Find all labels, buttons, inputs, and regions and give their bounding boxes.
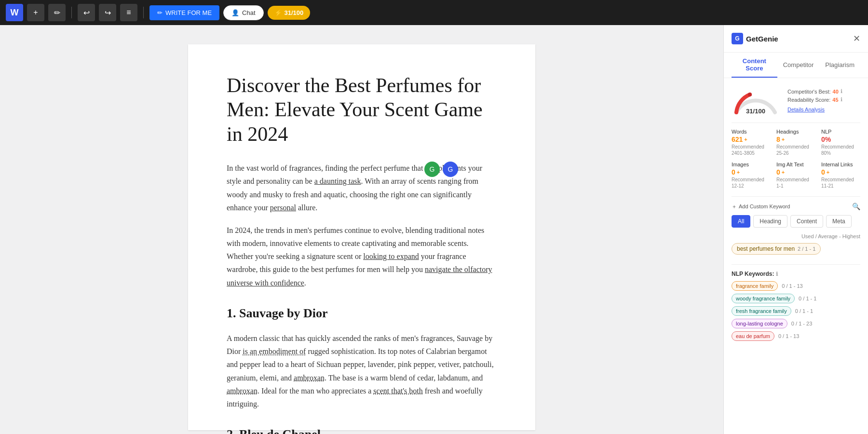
panel-header: G GetGenie ✕ xyxy=(724,25,868,53)
add-keyword-label: Add Custom Keyword xyxy=(739,203,790,209)
score-label: 31/100 xyxy=(285,9,304,16)
nlp-info-icon[interactable]: ℹ xyxy=(776,271,778,277)
images-rec-value: 12-12 xyxy=(732,183,771,189)
stat-internal-links: Internal Links 0 + Recommended 11-21 xyxy=(821,162,860,189)
svg-point-0 xyxy=(748,93,752,96)
filter-heading[interactable]: Heading xyxy=(753,215,787,228)
stats-grid: Words 621 + Recommended 2401-3805 Headin… xyxy=(732,129,860,189)
nlp-tag-3: long-lasting cologne xyxy=(732,319,787,328)
link-personal[interactable]: personal xyxy=(270,203,296,212)
internal-links-label: Internal Links xyxy=(821,162,860,167)
stat-headings: Headings 8 + Recommended 25-26 xyxy=(776,129,815,156)
readability-value: 45 xyxy=(832,97,838,103)
toolbar: W + ✏ ↩ ↪ ≡ ✏ WRITE FOR ME 👤 Chat ⚡ 31/1… xyxy=(0,0,868,25)
tab-plagiarism[interactable]: Plagiarism xyxy=(819,53,860,78)
filter-meta[interactable]: Meta xyxy=(826,215,852,228)
post-title[interactable]: Discover the Best Perfumes for Men: Elev… xyxy=(227,73,497,146)
editor-content: Discover the Best Perfumes for Men: Elev… xyxy=(188,44,535,430)
headings-value: 8 + xyxy=(776,136,815,143)
post-body: In the vast world of fragrances, finding… xyxy=(227,162,497,434)
nlp-label-stat: NLP xyxy=(821,129,860,135)
words-value: 621 + xyxy=(732,136,771,143)
gauge-container: 31/100 xyxy=(732,86,780,115)
nlp-rec-value: 80% xyxy=(821,150,860,156)
nlp-row-3: long-lasting cologne 0 / 1 - 23 xyxy=(732,319,860,328)
title-icon-group: G G xyxy=(424,162,458,177)
chat-button[interactable]: 👤 Chat xyxy=(223,5,263,20)
filter-content[interactable]: Content xyxy=(790,215,823,228)
tab-competitor[interactable]: Competitor xyxy=(777,53,820,78)
nlp-count-0: 0 / 1 - 13 xyxy=(782,283,802,289)
keyword-tag-row-0: best perfumes for men 2 / 1 - 1 xyxy=(732,243,860,258)
nlp-row-0: fragrance family 0 / 1 - 13 xyxy=(732,281,860,291)
score-section: 31/100 Competitor's Best: 40 ℹ Readabili… xyxy=(732,86,860,115)
details-analysis-link[interactable]: Details Analysis xyxy=(787,107,842,112)
tools-button[interactable]: ✏ xyxy=(48,4,66,21)
filter-all[interactable]: All xyxy=(732,215,750,228)
link-daunting-task[interactable]: a daunting task xyxy=(314,177,361,185)
divider-1 xyxy=(732,122,860,123)
redo-button[interactable]: ↪ xyxy=(99,4,116,21)
images-value: 0 + xyxy=(732,168,771,176)
readability-row: Readability Score: 45 ℹ xyxy=(787,96,842,103)
gauge-score: 31/100 xyxy=(732,108,780,115)
nlp-tag-1: woody fragrance family xyxy=(732,294,795,303)
close-panel-button[interactable]: ✕ xyxy=(853,33,860,44)
nlp-count-1: 0 / 1 - 1 xyxy=(799,296,816,301)
menu-button[interactable]: ≡ xyxy=(120,4,137,21)
separator-1 xyxy=(71,7,72,18)
headings-recommended: Recommended xyxy=(776,144,815,149)
genie-logo-icon: G xyxy=(732,33,743,44)
stat-img-alt: Img Alt Text 0 + Recommended 1-1 xyxy=(776,162,815,189)
paragraph-2: In 2024, the trends in men's perfumes co… xyxy=(227,224,497,289)
nlp-value: 0% xyxy=(821,136,860,143)
img-alt-label: Img Alt Text xyxy=(776,162,815,167)
nlp-tag-4: eau de parfum xyxy=(732,331,774,341)
words-rec-value: 2401-3805 xyxy=(732,150,771,156)
nlp-row-1: woody fragrance family 0 / 1 - 1 xyxy=(732,294,860,303)
nlp-count-4: 0 / 1 - 13 xyxy=(778,333,799,339)
getgenie-logo: G GetGenie xyxy=(732,33,778,44)
chat-avatar-icon: 👤 xyxy=(231,9,239,16)
keyword-search-button[interactable]: 🔍 xyxy=(852,203,860,210)
stat-words: Words 621 + Recommended 2401-3805 xyxy=(732,129,771,156)
add-block-button[interactable]: + xyxy=(27,4,44,21)
grammarly-icon-button[interactable]: G xyxy=(424,162,440,177)
separator-2 xyxy=(143,7,144,18)
right-panel: G GetGenie ✕ Content Score Competitor Pl… xyxy=(723,25,868,434)
link-looking-to-expand[interactable]: looking to expand xyxy=(363,252,419,260)
write-for-me-label: WRITE FOR ME xyxy=(165,9,212,16)
link-navigate[interactable]: navigate the olfactory universe with con… xyxy=(227,265,492,286)
nlp-recommended: Recommended xyxy=(821,144,860,149)
tab-content-score[interactable]: Content Score xyxy=(732,53,777,78)
panel-tabs: Content Score Competitor Plagiarism xyxy=(724,53,868,78)
keyword-text-0: best perfumes for men xyxy=(737,245,795,252)
img-alt-rec-value: 1-1 xyxy=(776,183,815,189)
readability-label: Readability Score: xyxy=(787,97,830,103)
main-layout: Discover the Best Perfumes for Men: Elev… xyxy=(0,25,868,434)
undo-button[interactable]: ↩ xyxy=(78,4,95,21)
words-label: Words xyxy=(732,129,771,135)
add-custom-keyword-button[interactable]: ＋ Add Custom Keyword xyxy=(732,203,790,210)
words-recommended: Recommended xyxy=(732,144,771,149)
nlp-count-3: 0 / 1 - 23 xyxy=(791,321,812,326)
competitor-best-row: Competitor's Best: 40 ℹ xyxy=(787,88,842,95)
heading-sauvage: 1. Sauvage by Dior xyxy=(227,303,497,324)
img-alt-value: 0 + xyxy=(776,168,815,176)
images-label: Images xyxy=(732,162,771,167)
plus-icon: ＋ xyxy=(732,203,737,210)
write-for-me-button[interactable]: ✏ WRITE FOR ME xyxy=(149,5,219,20)
filter-tabs: All Heading Content Meta xyxy=(732,215,860,228)
panel-body: 31/100 Competitor's Best: 40 ℹ Readabili… xyxy=(724,78,868,434)
genie-icon-button[interactable]: G xyxy=(443,162,458,177)
nlp-row-2: fresh fragrance family 0 / 1 - 1 xyxy=(732,306,860,316)
divider-3 xyxy=(732,264,860,265)
keyword-tag-0: best perfumes for men 2 / 1 - 1 xyxy=(732,243,821,255)
wp-logo: W xyxy=(6,4,23,21)
nlp-tag-2: fresh fragrance family xyxy=(732,306,791,316)
score-meta: Competitor's Best: 40 ℹ Readability Scor… xyxy=(787,88,842,112)
internal-links-recommended: Recommended xyxy=(821,177,860,182)
editor-area[interactable]: Discover the Best Perfumes for Men: Elev… xyxy=(0,25,723,434)
chat-label: Chat xyxy=(242,9,255,16)
score-badge-button[interactable]: ⚡ 31/100 xyxy=(268,6,311,20)
